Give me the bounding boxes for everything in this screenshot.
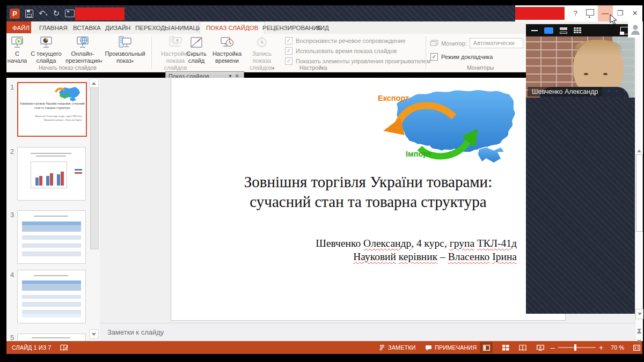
group-separator	[151, 36, 152, 69]
zoom-level[interactable]: 70 %	[611, 341, 624, 354]
group-label-monitors: Мониторы	[467, 64, 494, 71]
gallery-view-icon[interactable]	[574, 27, 581, 34]
thumbs-scroll-up-button[interactable]	[89, 78, 99, 88]
monitor-row: Монитор: Автоматически	[430, 38, 523, 48]
slideshow-view-button[interactable]	[534, 342, 547, 353]
next-slide-button[interactable]	[637, 331, 641, 343]
supervisor-line: Науковий керівник – Власенко Ірина	[316, 250, 517, 263]
zoom-slider-track[interactable]	[558, 347, 596, 348]
participant-name-tag: Шевченко Александр	[528, 87, 602, 97]
video-panel-toolbar	[526, 24, 635, 36]
ribbon-display-options-button[interactable]	[583, 5, 598, 21]
notes-button[interactable]: ЗАМЕТКИ	[379, 341, 416, 354]
status-bar: СЛАЙД 1 ИЗ 7 ЗАМЕТКИ ПРИМЕЧАНИЯ – + 70 %	[6, 341, 642, 354]
active-speaker-view-icon[interactable]	[544, 27, 553, 34]
group-label-start: Начать показ слайдов	[39, 64, 97, 71]
screen: P ↶▾ ↻ ▾ ? — ❐ ✕ ФАЙЛ ГЛАВНАЯ ВСТАВКА ДИ…	[0, 0, 644, 362]
scrollbar-thumb[interactable]	[636, 154, 643, 232]
webcam-video[interactable]: Шевченко Александр	[526, 36, 635, 98]
slide-title-line2[interactable]: сучасний стан та товарна структура	[171, 192, 565, 212]
checkbox-presenter-mode[interactable]: ✓ Режим докладчика	[430, 53, 493, 61]
checkbox-icon: ✓	[285, 37, 292, 45]
online-presentation-icon	[76, 35, 90, 49]
slide-thumbnail-1[interactable]: Зовнішня торгівля України товарами: суча…	[17, 82, 87, 137]
mini-map-graphic	[54, 85, 82, 101]
slide-canvas[interactable]: Експорт Імпорт Зовнішня торгівля України…	[171, 78, 566, 321]
minimize-button[interactable]: —	[598, 5, 613, 21]
zoom-in-button[interactable]: +	[599, 341, 603, 354]
tab-file[interactable]: ФАЙЛ	[6, 21, 31, 33]
record-slideshow-button[interactable]: Запись показа слайдов▾	[243, 35, 281, 68]
tab-vid[interactable]: ВИД	[310, 21, 335, 33]
zoom-out-button[interactable]: –	[551, 341, 555, 354]
from-current-slide-button[interactable]: С текущего слайда	[29, 35, 63, 68]
custom-slideshow-icon	[118, 35, 132, 49]
thumb-number: 5	[10, 334, 14, 341]
custom-slideshow-button[interactable]: Произвольный показ▾	[102, 35, 148, 68]
slide-thumbnail-3[interactable]	[17, 210, 86, 264]
mini-title: Зовнішня торгівля України товарами: суча…	[18, 101, 86, 110]
scroll-down-button[interactable]	[635, 309, 643, 319]
checkbox-show-media-controls[interactable]: ✓ Показать элементы управления проигрыва…	[285, 57, 430, 65]
window-controls: ? — ❐ ✕	[515, 5, 642, 21]
slide-thumbnail-2[interactable]	[17, 147, 86, 201]
redo-icon[interactable]: ↻	[53, 9, 60, 18]
slideshow-from-start-icon	[10, 35, 24, 49]
comments-icon	[425, 345, 432, 351]
thumbs-scroll-down-button[interactable]	[89, 329, 99, 339]
powerpoint-logo-icon[interactable]: P	[10, 9, 20, 19]
comments-button[interactable]: ПРИМЕЧАНИЯ	[425, 341, 477, 354]
mini-table	[22, 221, 81, 256]
group-label-setup: Настройка	[299, 64, 327, 71]
scroll-up-arrow[interactable]	[637, 141, 641, 150]
proofing-icon[interactable]	[60, 341, 69, 354]
slide-subtitle[interactable]: Шевченко Олександр, 4 курс, група ТКЛ-41…	[316, 237, 517, 263]
online-presentation-button[interactable]: Онлайн- презентация▾	[65, 35, 100, 68]
save-icon[interactable]	[25, 10, 33, 18]
hide-slide-icon	[189, 35, 203, 49]
thumb-number: 2	[10, 147, 14, 156]
fit-to-window-button[interactable]	[630, 342, 643, 353]
close-button[interactable]: ✕	[627, 5, 642, 21]
slide-thumbnail-4[interactable]	[17, 270, 86, 323]
checkbox-use-timings[interactable]: ✓ Использовать время показа слайдов	[285, 47, 397, 55]
monitor-select[interactable]: Автоматически	[470, 38, 523, 48]
quick-access-toolbar: P ↶▾ ↻ ▾	[10, 7, 82, 20]
start-slideshow-icon[interactable]	[65, 10, 75, 17]
thumb-number: 1	[10, 83, 14, 91]
mini-legend	[75, 169, 82, 175]
rehearse-timings-icon	[220, 35, 234, 49]
hide-slide-button[interactable]: Скрыть слайд	[185, 35, 208, 68]
record-slideshow-icon	[255, 35, 269, 49]
notes-pane[interactable]: Заметки к слайду	[100, 323, 642, 342]
window-titlebar: P ↶▾ ↻ ▾ ? — ❐ ✕	[6, 5, 642, 21]
normal-view-button[interactable]	[480, 342, 493, 353]
thumbs-scrollbar-thumb[interactable]	[90, 87, 99, 249]
thumb-number: 4	[10, 271, 14, 279]
speaker-view-icon[interactable]	[560, 27, 567, 34]
help-button[interactable]: ?	[568, 5, 583, 21]
zoom-slider-thumb[interactable]	[574, 344, 576, 351]
checkbox-play-narration[interactable]: ✓ Воспроизвести речевое сопровождение	[285, 37, 406, 45]
thumb-number: 3	[10, 211, 14, 219]
mini-table	[22, 280, 81, 317]
setup-slideshow-icon	[169, 35, 182, 49]
redacted-account-block	[515, 7, 565, 20]
slide-counter: СЛАЙД 1 ИЗ 7	[12, 341, 51, 354]
rehearse-timings-button[interactable]: Настройка времени	[210, 35, 244, 68]
video-minimize-icon[interactable]	[531, 30, 538, 31]
monitor-icon	[430, 40, 438, 47]
slide-thumbnail-5[interactable]	[17, 334, 86, 341]
undo-icon[interactable]: ↶▾	[39, 9, 48, 18]
participant-avatar-icon	[628, 21, 642, 38]
from-beginning-button[interactable]: С начала	[6, 35, 28, 68]
slide-sorter-view-button[interactable]	[499, 342, 512, 353]
reading-view-button[interactable]	[516, 342, 529, 353]
mini-subtitle: Шевченко Олександр, 4 курс, група ТКЛ-41…	[35, 114, 82, 122]
restore-button[interactable]: ❐	[613, 5, 628, 21]
checkbox-icon: ✓	[285, 47, 292, 55]
main-vertical-scrollbar	[635, 21, 643, 341]
tab-pokaz-slaydov[interactable]: ПОКАЗ СЛАЙДОВ	[200, 21, 265, 34]
slide-title-line1[interactable]: Зовнішня торгівля України товарами:	[171, 172, 565, 192]
mini-bar-chart	[31, 161, 67, 188]
